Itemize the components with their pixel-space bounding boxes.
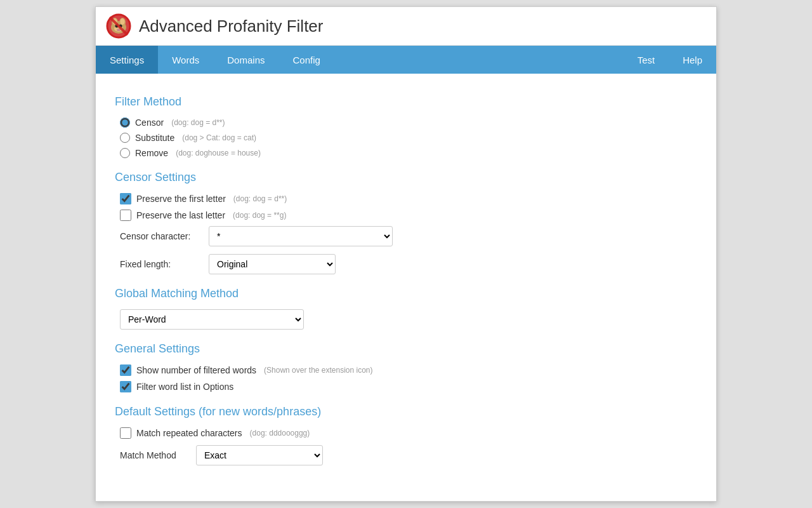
show-count-hint: (Shown over the extension icon) — [264, 366, 372, 375]
app-title: Advanced Profanity Filter — [139, 17, 323, 36]
filter-list-option[interactable]: Filter word list in Options — [120, 381, 697, 392]
filter-substitute-option[interactable]: Substitute (dog > Cat: dog = cat) — [120, 133, 697, 143]
filter-censor-option[interactable]: Censor (dog: dog = d**) — [120, 117, 697, 128]
match-repeated-label: Match repeated characters — [136, 428, 242, 438]
nav-test[interactable]: Test — [624, 46, 669, 74]
main-content: Filter Method Censor (dog: dog = d**) Su… — [96, 74, 716, 491]
default-settings-title: Default Settings (for new words/phrases) — [115, 405, 697, 418]
fixed-length-label: Fixed length: — [120, 259, 209, 269]
nav-words[interactable]: Words — [158, 46, 213, 74]
show-count-label: Show number of filtered words — [136, 365, 256, 375]
nav-spacer — [334, 46, 624, 74]
filter-remove-option[interactable]: Remove (dog: doghouse = house) — [120, 148, 697, 158]
preserve-first-checkbox[interactable] — [120, 193, 131, 204]
fixed-length-row: Fixed length: Original 1 2 3 — [120, 254, 697, 274]
preserve-first-label: Preserve the first letter — [136, 194, 226, 204]
filter-censor-hint: (dog: dog = d**) — [171, 118, 225, 127]
filter-censor-label: Censor — [135, 117, 164, 128]
match-method-select[interactable]: Exact Partial Whole Word Regular Express… — [196, 445, 323, 465]
nav-help[interactable]: Help — [669, 46, 716, 74]
svg-point-6 — [121, 18, 125, 25]
filter-substitute-label: Substitute — [135, 133, 174, 143]
match-method-row: Match Method Exact Partial Whole Word Re… — [120, 445, 697, 465]
filter-list-checkbox[interactable] — [120, 381, 131, 392]
preserve-first-option[interactable]: Preserve the first letter (dog: dog = d*… — [120, 193, 697, 204]
preserve-last-label: Preserve the last letter — [136, 210, 225, 220]
nav-domains[interactable]: Domains — [213, 46, 278, 74]
match-repeated-hint: (dog: dddoooggg) — [250, 429, 310, 438]
censor-settings-title: Censor Settings — [115, 171, 697, 184]
filter-substitute-hint: (dog > Cat: dog = cat) — [182, 133, 256, 142]
general-settings-title: General Settings — [115, 342, 697, 356]
preserve-last-hint: (dog: dog = **g) — [233, 211, 286, 220]
global-matching: Per-Word Whole Word Partial Word Regular… — [115, 309, 697, 330]
preserve-last-option[interactable]: Preserve the last letter (dog: dog = **g… — [120, 210, 697, 221]
filter-method-title: Filter Method — [115, 95, 697, 109]
show-count-checkbox[interactable] — [120, 364, 131, 376]
filter-remove-label: Remove — [135, 148, 168, 158]
general-settings: Show number of filtered words (Shown ove… — [115, 364, 697, 392]
filter-remove-radio[interactable] — [120, 148, 130, 158]
app-header: Advanced Profanity Filter — [96, 7, 716, 46]
filter-censor-radio[interactable] — [120, 117, 130, 128]
nav-settings[interactable]: Settings — [96, 46, 158, 74]
app-logo-icon — [106, 13, 131, 39]
censor-char-label: Censor character: — [120, 231, 209, 241]
app-container: Advanced Profanity Filter Settings Words… — [95, 6, 717, 502]
filter-method-options: Censor (dog: dog = d**) Substitute (dog … — [120, 117, 697, 158]
global-matching-select[interactable]: Per-Word Whole Word Partial Word Regular… — [120, 309, 304, 330]
default-settings: Match repeated characters (dog: dddooogg… — [115, 427, 697, 465]
match-repeated-checkbox[interactable] — [120, 427, 131, 439]
preserve-first-hint: (dog: dog = d**) — [233, 194, 287, 203]
nav-bar: Settings Words Domains Config Test Help — [96, 46, 716, 74]
filter-substitute-radio[interactable] — [120, 133, 130, 143]
preserve-last-checkbox[interactable] — [120, 210, 131, 221]
filter-remove-hint: (dog: doghouse = house) — [176, 149, 261, 157]
censor-char-select[interactable]: * # @ ! — [209, 226, 393, 246]
filter-list-label: Filter word list in Options — [136, 382, 233, 392]
nav-config[interactable]: Config — [278, 46, 334, 74]
fixed-length-select[interactable]: Original 1 2 3 — [209, 254, 336, 274]
show-count-option[interactable]: Show number of filtered words (Shown ove… — [120, 364, 697, 376]
global-matching-title: Global Matching Method — [115, 287, 697, 300]
match-method-label: Match Method — [120, 450, 196, 460]
match-repeated-option[interactable]: Match repeated characters (dog: dddooogg… — [120, 427, 697, 439]
censor-settings: Preserve the first letter (dog: dog = d*… — [115, 193, 697, 274]
censor-char-row: Censor character: * # @ ! — [120, 226, 697, 246]
